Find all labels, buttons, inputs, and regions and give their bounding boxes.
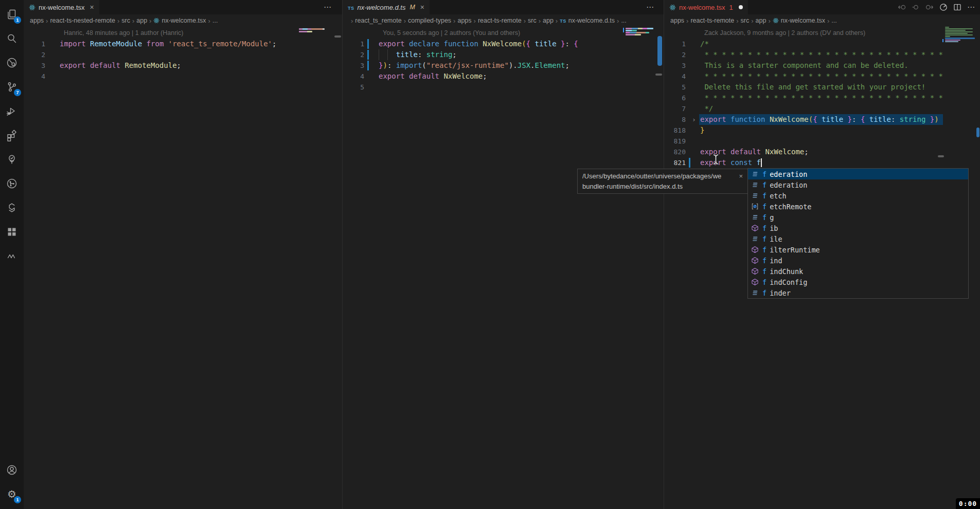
match-highlight: f	[762, 267, 767, 276]
suggestion-item[interactable]: fetch	[748, 190, 968, 201]
suggestion-item[interactable]: federation	[748, 169, 968, 179]
match-highlight: f	[762, 257, 767, 265]
code-line: 4export default NxWelcome;	[343, 71, 664, 82]
search-icon[interactable]	[0, 26, 24, 50]
tab-close-icon[interactable]: ×	[420, 3, 424, 11]
minimap-slider[interactable]	[938, 155, 944, 157]
modified-gutter-mark	[367, 61, 369, 70]
minimap-modified-mark	[942, 39, 943, 42]
more-tools-icon[interactable]	[0, 244, 24, 268]
minimap[interactable]	[299, 28, 330, 89]
breadcrumb-item[interactable]: apps	[457, 17, 471, 24]
breadcrumb-item[interactable]: react-ts-remote	[478, 17, 522, 24]
suggestion-item[interactable]: fetchRemote	[748, 201, 968, 212]
grid-icon[interactable]	[0, 220, 24, 244]
tab-close-icon[interactable]: ×	[90, 3, 94, 11]
code-token: }	[843, 115, 852, 123]
gitlens-icon[interactable]	[0, 50, 24, 75]
breadcrumb-label: compiled-types	[408, 17, 451, 24]
code-token: function	[443, 40, 483, 48]
suggestion-label: g	[770, 213, 774, 222]
code-text: }): import("react/jsx-runtime").JSX.Elem…	[379, 60, 569, 71]
tab[interactable]: TSnx-welcome.d.tsM×	[343, 0, 430, 14]
minimap[interactable]	[945, 27, 976, 88]
nav-back-icon[interactable]	[898, 3, 906, 11]
code-token: import	[396, 61, 422, 69]
nx-console-icon[interactable]	[0, 195, 24, 220]
breadcrumb-item[interactable]: src	[528, 17, 537, 24]
minimap[interactable]	[626, 27, 656, 89]
breadcrumb-item[interactable]: compiled-types	[408, 17, 451, 24]
code-token: export default	[700, 148, 765, 156]
suggestion-item[interactable]: findConfig	[748, 277, 968, 287]
git-graph-icon[interactable]	[0, 171, 24, 195]
line-number: 820	[664, 147, 686, 157]
breadcrumb-item[interactable]: TSnx-welcome.d.ts	[560, 17, 615, 24]
extensions-icon[interactable]	[0, 123, 24, 147]
nav-circle-icon[interactable]	[912, 3, 920, 11]
match-highlight: f	[762, 170, 767, 178]
code-token	[379, 50, 396, 59]
breadcrumb-item[interactable]: ...	[831, 17, 836, 24]
breadcrumb-item[interactable]: react_ts_remote	[355, 17, 401, 24]
ts-icon: TS	[348, 4, 354, 11]
breadcrumb-item[interactable]: app	[756, 17, 767, 24]
more-icon[interactable]: ⋯	[324, 5, 332, 10]
suggestion-item[interactable]: finder	[748, 287, 968, 298]
suggestion-item[interactable]: filterRuntime	[748, 244, 968, 255]
code-token: This is a starter component and can be d…	[700, 61, 908, 69]
tab[interactable]: nx-welcome.tsx×	[24, 0, 99, 14]
breadcrumb-item[interactable]: src	[121, 17, 130, 24]
minimap-slider[interactable]	[655, 74, 662, 76]
breadcrumb-item[interactable]: nx-welcome.tsx	[153, 17, 206, 24]
suggestion-item[interactable]: file	[748, 233, 968, 244]
code-token: "react/jsx-runtime"	[426, 61, 509, 69]
breadcrumb-item[interactable]: ...	[212, 17, 218, 24]
fold-chevron-icon[interactable]: ›	[692, 114, 696, 125]
close-icon[interactable]: ×	[739, 172, 743, 180]
breadcrumb-item[interactable]: nx-welcome.tsx	[773, 17, 825, 24]
breadcrumb-item[interactable]: apps	[670, 17, 684, 24]
suggestion-item[interactable]: fib	[748, 223, 968, 233]
breadcrumb-item[interactable]: ...	[621, 17, 626, 24]
breadcrumb-item[interactable]: apps	[30, 17, 44, 24]
match-highlight: f	[762, 203, 767, 211]
source-control-icon[interactable]: 7	[0, 75, 24, 99]
blame-annotation: You, 5 seconds ago | 2 authors (You and …	[383, 28, 520, 39]
suggestion-item[interactable]: find	[748, 255, 968, 266]
more-icon[interactable]: ⋯	[967, 5, 975, 10]
tab[interactable]: nx-welcome.tsx1	[664, 0, 748, 14]
code-token: .	[513, 61, 517, 69]
code-token: {	[813, 115, 822, 123]
breadcrumb-label: src	[528, 17, 537, 24]
breadcrumb-item[interactable]: app	[543, 17, 554, 24]
breadcrumb-item[interactable]: react-ts-remote	[690, 17, 734, 24]
commit-graph-icon[interactable]	[939, 3, 948, 11]
nav-forward-icon[interactable]	[925, 3, 934, 11]
explorer-icon[interactable]: 1	[0, 2, 24, 26]
activity-bar: 17 ⚙1	[0, 0, 24, 509]
more-icon[interactable]: ⋯	[646, 5, 654, 10]
code-editor[interactable]: Zack Jackson, 9 months ago | 2 authors (…	[664, 28, 980, 168]
breadcrumb-separator: ›	[117, 17, 119, 25]
breadcrumb-item[interactable]: src	[741, 17, 750, 24]
editor-actions: ⋯	[324, 0, 332, 14]
suggestion-item[interactable]: findChunk	[748, 266, 968, 277]
match-highlight: f	[762, 289, 767, 297]
todo-tree-icon[interactable]	[0, 147, 24, 171]
modified-gutter-mark	[689, 158, 690, 168]
settings-icon[interactable]: ⚙1	[0, 482, 24, 506]
code-editor[interactable]: You, 5 seconds ago | 2 authors (You and …	[343, 28, 664, 93]
suggestion-item[interactable]: fg	[748, 212, 968, 223]
breadcrumb-item[interactable]: react-ts-nested-remote	[50, 17, 115, 24]
accounts-icon[interactable]	[0, 458, 24, 482]
split-editor-icon[interactable]	[953, 3, 961, 11]
breadcrumb-item[interactable]: app	[136, 17, 147, 24]
suggestion-item[interactable]: federation	[748, 179, 968, 190]
code-line: 3export default RemoteModule;	[24, 60, 342, 71]
run-debug-icon[interactable]	[0, 99, 24, 123]
minimap-slider[interactable]	[334, 35, 341, 38]
code-editor[interactable]: Hanric, 48 minutes ago | 1 author (Hanri…	[24, 28, 342, 82]
code-line: 2	[24, 49, 342, 60]
code-token: :	[565, 40, 574, 48]
